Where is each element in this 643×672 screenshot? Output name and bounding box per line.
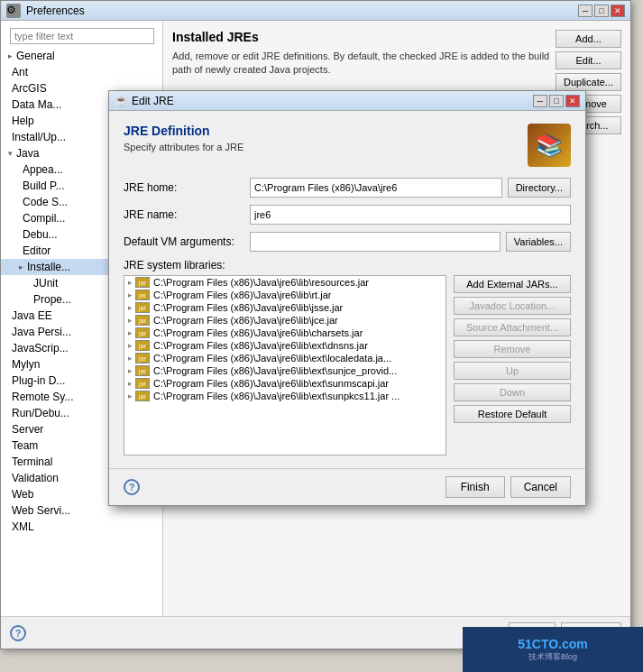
jre-home-input[interactable] <box>250 178 502 198</box>
sidebar-arrow-general: ▸ <box>8 51 13 60</box>
lib-item[interactable]: ▸jarC:\Program Files (x86)\Java\jre6\lib… <box>124 390 446 402</box>
default-vm-label: Default VM arguments: <box>124 235 250 248</box>
lib-path-5: C:\Program Files (x86)\Java\jre6\lib\ext… <box>153 340 368 351</box>
down-button[interactable]: Down <box>454 383 571 401</box>
sidebar-label-arcgis: ArcGIS <box>12 82 47 95</box>
lib-arrow-2: ▸ <box>128 303 133 312</box>
lib-icon-3: jar <box>135 315 150 326</box>
dialog-cancel-button[interactable]: Cancel <box>510 476 571 498</box>
lib-item[interactable]: ▸jarC:\Program Files (x86)\Java\jre6\lib… <box>124 289 446 301</box>
jre-home-row: JRE home: Directory... <box>124 178 571 198</box>
sidebar-label-build-path: Build P... <box>23 180 64 192</box>
lib-item[interactable]: ▸jarC:\Program Files (x86)\Java\jre6\lib… <box>124 364 446 377</box>
sidebar-label-data-mgmt: Data Ma... <box>12 98 61 111</box>
lib-icon-9: jar <box>135 391 150 401</box>
jre-definition-header: JRE Definition Specify attributes for a … <box>124 124 571 167</box>
lib-path-0: C:\Program Files (x86)\Java\jre6\lib\res… <box>153 277 369 288</box>
sidebar-item-xml[interactable]: XML <box>1 519 162 535</box>
sidebar-label-server: Server <box>12 423 43 436</box>
sidebar-label-java-ee: Java EE <box>12 309 52 322</box>
watermark-area: 51CTO.com 技术博客Blog <box>463 627 643 672</box>
edit-jre-body: JRE Definition Specify attributes for a … <box>109 111 585 468</box>
libraries-list[interactable]: ▸jarC:\Program Files (x86)\Java\jre6\lib… <box>124 275 446 456</box>
directory-button[interactable]: Directory... <box>508 178 571 198</box>
lib-icon-6: jar <box>135 353 150 364</box>
sidebar-item-ant[interactable]: Ant <box>1 64 162 80</box>
up-button[interactable]: Up <box>454 362 571 380</box>
maximize-button[interactable]: □ <box>594 5 609 17</box>
lib-icon-7: jar <box>135 365 150 376</box>
jre-definition-text: JRE Definition Specify attributes for a … <box>124 124 243 152</box>
sidebar-label-validation: Validation <box>12 472 59 484</box>
preferences-title-bar: ⚙ Preferences ─ □ ✕ <box>1 1 630 21</box>
lib-arrow-7: ▸ <box>128 366 133 375</box>
main-title: Installed JREs <box>172 30 621 44</box>
sidebar-label-code-style: Code S... <box>23 196 68 208</box>
watermark-sub: 技术博客Blog <box>518 651 588 663</box>
lib-item[interactable]: ▸jarC:\Program Files (x86)\Java\jre6\lib… <box>124 327 446 339</box>
lib-path-4: C:\Program Files (x86)\Java\jre6\lib\cha… <box>153 327 363 338</box>
modal-close-button[interactable]: ✕ <box>565 95 580 107</box>
sidebar-label-team: Team <box>12 439 38 452</box>
lib-arrow-6: ▸ <box>128 354 133 363</box>
lib-path-8: C:\Program Files (x86)\Java\jre6\lib\ext… <box>153 378 389 389</box>
default-vm-input[interactable] <box>250 232 501 252</box>
sidebar-label-installed: Installe... <box>27 261 70 273</box>
sidebar-label-mylyn: Mylyn <box>12 358 40 371</box>
lib-item[interactable]: ▸jarC:\Program Files (x86)\Java\jre6\lib… <box>124 276 446 289</box>
sidebar-label-web: Web <box>12 488 33 501</box>
lib-icon-4: jar <box>135 327 150 338</box>
modal-minimize-button[interactable]: ─ <box>533 95 547 107</box>
system-libs-label: JRE system libraries: <box>124 259 571 272</box>
jre-home-label: JRE home: <box>124 181 250 194</box>
library-action-buttons: Add External JARs... Javadoc Location...… <box>454 275 571 456</box>
duplicate-button[interactable]: Duplicate... <box>556 73 621 91</box>
restore-default-button[interactable]: Restore Default <box>454 405 571 423</box>
sidebar-label-run-debug: Run/Debu... <box>12 407 69 419</box>
edit-jre-help-icon[interactable]: ? <box>124 479 140 495</box>
lib-path-3: C:\Program Files (x86)\Java\jre6\lib\jce… <box>153 315 338 326</box>
lib-item[interactable]: ▸jarC:\Program Files (x86)\Java\jre6\lib… <box>124 314 446 327</box>
sidebar-label-ant: Ant <box>12 66 28 78</box>
sidebar-label-xml: XML <box>12 520 34 533</box>
filter-input[interactable] <box>10 28 154 44</box>
modal-maximize-button[interactable]: □ <box>549 95 564 107</box>
sidebar-label-install: Install/Up... <box>12 131 66 143</box>
lib-arrow-8: ▸ <box>128 379 133 388</box>
variables-button[interactable]: Variables... <box>506 232 571 252</box>
sidebar-label-web-serv: Web Servi... <box>12 504 70 517</box>
lib-item[interactable]: ▸jarC:\Program Files (x86)\Java\jre6\lib… <box>124 352 446 364</box>
lib-path-7: C:\Program Files (x86)\Java\jre6\lib\ext… <box>153 365 397 376</box>
finish-button[interactable]: Finish <box>446 476 505 498</box>
lib-item[interactable]: ▸jarC:\Program Files (x86)\Java\jre6\lib… <box>124 339 446 352</box>
preferences-title: Preferences <box>26 5 578 17</box>
help-icon[interactable]: ? <box>10 625 26 641</box>
sidebar-label-appearance: Appea... <box>23 163 63 176</box>
remove-lib-button[interactable]: Remove <box>454 340 571 358</box>
edit-jre-footer: ? Finish Cancel <box>109 468 585 505</box>
sidebar-item-general[interactable]: ▸General <box>1 48 162 64</box>
jre-icon: 📚 <box>528 124 571 167</box>
javadoc-location-button[interactable]: Javadoc Location... <box>454 297 571 315</box>
preferences-window-icon: ⚙ <box>6 4 21 18</box>
sidebar-arrow-java: ▾ <box>8 149 13 158</box>
lib-arrow-3: ▸ <box>128 316 133 325</box>
lib-item[interactable]: ▸jarC:\Program Files (x86)\Java\jre6\lib… <box>124 377 446 390</box>
lib-item[interactable]: ▸jarC:\Program Files (x86)\Java\jre6\lib… <box>124 301 446 314</box>
lib-path-6: C:\Program Files (x86)\Java\jre6\lib\ext… <box>153 353 391 364</box>
close-button[interactable]: ✕ <box>611 5 625 17</box>
source-attachment-button[interactable]: Source Attachment... <box>454 318 571 336</box>
lib-path-2: C:\Program Files (x86)\Java\jre6\lib\jss… <box>153 302 343 313</box>
lib-icon-8: jar <box>135 378 150 389</box>
jre-name-input[interactable] <box>250 205 571 225</box>
sidebar-label-compiler: Compil... <box>23 212 65 225</box>
lib-arrow-0: ▸ <box>128 278 133 287</box>
minimize-button[interactable]: ─ <box>578 5 592 17</box>
edit-button[interactable]: Edit... <box>556 51 621 69</box>
lib-arrow-9: ▸ <box>128 391 133 400</box>
add-external-jars-button[interactable]: Add External JARs... <box>454 275 571 293</box>
add-button[interactable]: Add... <box>556 30 621 48</box>
lib-icon-1: jar <box>135 290 150 300</box>
sidebar-label-debug: Debu... <box>23 228 58 241</box>
sidebar-label-junit: JUnit <box>33 277 58 290</box>
